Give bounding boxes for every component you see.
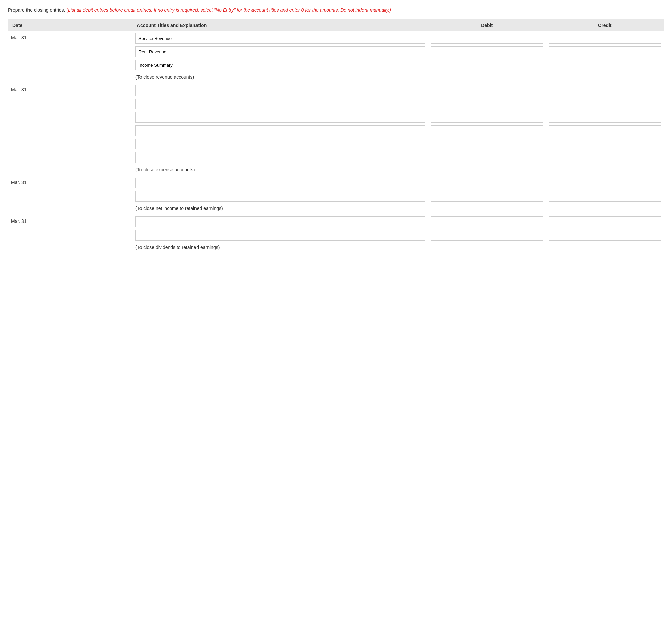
debit-input[interactable]	[431, 85, 543, 96]
note-date-spacer	[8, 164, 133, 176]
intro-italic: (List all debit entries before credit en…	[66, 7, 391, 13]
account-cell	[133, 58, 428, 72]
credit-cell	[546, 110, 664, 124]
account-cell	[133, 31, 428, 45]
debit-input[interactable]	[431, 60, 543, 70]
date-cell: Mar. 31	[8, 176, 133, 189]
account-input[interactable]	[136, 139, 425, 149]
debit-input[interactable]	[431, 139, 543, 149]
account-cell	[133, 215, 428, 229]
date-cell: Mar. 31	[8, 215, 133, 229]
date-cell	[8, 137, 133, 151]
credit-cell	[546, 229, 664, 242]
credit-input[interactable]	[549, 139, 661, 149]
credit-input[interactable]	[549, 230, 661, 241]
note-row: (To close dividends to retained earnings…	[8, 242, 664, 254]
account-input[interactable]	[136, 99, 425, 109]
credit-input[interactable]	[549, 191, 661, 202]
table-header: Date Account Titles and Explanation Debi…	[8, 20, 664, 32]
table-row	[8, 229, 664, 242]
header-date: Date	[8, 20, 133, 32]
table-row: Mar. 31	[8, 215, 664, 229]
debit-input[interactable]	[431, 217, 543, 227]
credit-cell	[546, 58, 664, 72]
account-input[interactable]	[136, 33, 425, 44]
debit-input[interactable]	[431, 178, 543, 188]
date-cell	[8, 97, 133, 110]
account-input[interactable]	[136, 230, 425, 241]
credit-input[interactable]	[549, 178, 661, 188]
account-input[interactable]	[136, 60, 425, 70]
table-body: Mar. 31(To close revenue accounts)Mar. 3…	[8, 31, 664, 254]
debit-cell	[428, 84, 546, 97]
credit-input[interactable]	[549, 217, 661, 227]
debit-input[interactable]	[431, 230, 543, 241]
credit-cell	[546, 215, 664, 229]
credit-cell	[546, 151, 664, 164]
credit-input[interactable]	[549, 112, 661, 123]
debit-input[interactable]	[431, 191, 543, 202]
debit-input[interactable]	[431, 33, 543, 44]
account-input[interactable]	[136, 46, 425, 57]
credit-cell	[546, 124, 664, 137]
debit-input[interactable]	[431, 152, 543, 163]
date-cell	[8, 229, 133, 242]
header-account: Account Titles and Explanation	[133, 20, 428, 32]
account-input[interactable]	[136, 125, 425, 136]
account-cell	[133, 151, 428, 164]
credit-input[interactable]	[549, 46, 661, 57]
credit-cell	[546, 176, 664, 189]
debit-input[interactable]	[431, 46, 543, 57]
table-row: Mar. 31	[8, 176, 664, 189]
note-text: (To close net income to retained earning…	[133, 203, 664, 215]
credit-input[interactable]	[549, 85, 661, 96]
debit-input[interactable]	[431, 99, 543, 109]
credit-input[interactable]	[549, 33, 661, 44]
date-cell	[8, 45, 133, 58]
date-cell: Mar. 31	[8, 84, 133, 97]
account-input[interactable]	[136, 217, 425, 227]
table-row	[8, 137, 664, 151]
date-cell	[8, 124, 133, 137]
account-input[interactable]	[136, 178, 425, 188]
account-input[interactable]	[136, 112, 425, 123]
note-row: (To close net income to retained earning…	[8, 203, 664, 215]
debit-cell	[428, 189, 546, 203]
table-row: Mar. 31	[8, 31, 664, 45]
account-input[interactable]	[136, 191, 425, 202]
account-cell	[133, 189, 428, 203]
table-row	[8, 110, 664, 124]
table-row	[8, 124, 664, 137]
note-date-spacer	[8, 72, 133, 84]
debit-cell	[428, 215, 546, 229]
note-date-spacer	[8, 242, 133, 254]
table-row	[8, 189, 664, 203]
account-cell	[133, 137, 428, 151]
debit-input[interactable]	[431, 112, 543, 123]
credit-input[interactable]	[549, 152, 661, 163]
debit-cell	[428, 229, 546, 242]
credit-cell	[546, 84, 664, 97]
credit-cell	[546, 189, 664, 203]
credit-input[interactable]	[549, 125, 661, 136]
table-row	[8, 45, 664, 58]
account-input[interactable]	[136, 85, 425, 96]
debit-cell	[428, 31, 546, 45]
date-cell	[8, 189, 133, 203]
account-input[interactable]	[136, 152, 425, 163]
account-cell	[133, 45, 428, 58]
date-cell	[8, 58, 133, 72]
intro-prefix: Prepare the closing entries.	[8, 7, 65, 13]
date-cell	[8, 151, 133, 164]
debit-cell	[428, 176, 546, 189]
note-row: (To close expense accounts)	[8, 164, 664, 176]
debit-cell	[428, 45, 546, 58]
account-cell	[133, 176, 428, 189]
debit-input[interactable]	[431, 125, 543, 136]
account-cell	[133, 229, 428, 242]
note-date-spacer	[8, 203, 133, 215]
account-cell	[133, 97, 428, 110]
credit-input[interactable]	[549, 60, 661, 70]
header-debit: Debit	[428, 20, 546, 32]
credit-input[interactable]	[549, 99, 661, 109]
